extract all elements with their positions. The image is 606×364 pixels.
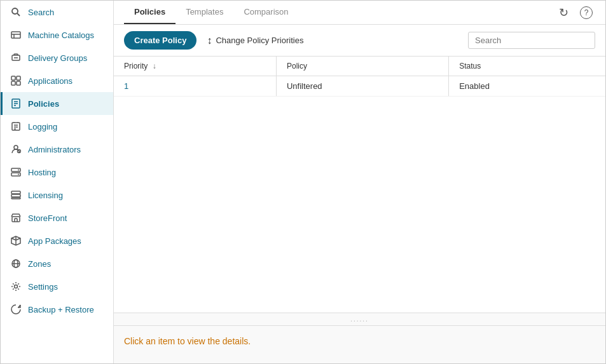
resizer-handle[interactable]: ...... — [114, 313, 605, 325]
tabs-bar: PoliciesTemplatesComparison ↻ ? — [114, 1, 605, 25]
sidebar-item-app-packages[interactable]: App Packages — [1, 229, 113, 252]
resizer-dots: ...... — [350, 316, 369, 323]
svg-rect-8 — [17, 76, 20, 80]
toolbar: Create Policy ↕ Change Policy Priorities — [114, 25, 605, 57]
sidebar-item-storefront[interactable]: StoreFront — [1, 206, 113, 229]
svg-rect-29 — [12, 217, 20, 222]
tab-policies[interactable]: Policies — [124, 1, 176, 24]
help-icon: ? — [580, 6, 593, 19]
app-packages-icon — [10, 235, 22, 246]
svg-line-34 — [11, 238, 16, 240]
settings-icon — [10, 281, 22, 292]
storefront-icon — [10, 212, 22, 224]
sidebar-item-backup-restore[interactable]: Backup + Restore — [1, 298, 113, 321]
svg-line-35 — [16, 238, 20, 240]
sidebar-item-licensing[interactable]: Licensing — [1, 184, 113, 206]
sidebar-item-settings[interactable]: Settings — [1, 275, 113, 298]
sidebar: Search Machine Catalogs Delivery Groups … — [1, 1, 114, 363]
search-icon — [10, 6, 22, 18]
svg-point-25 — [18, 174, 19, 175]
policies-table: Priority ↓ Policy Status 1 Unfiltered En… — [114, 57, 605, 97]
svg-rect-9 — [11, 81, 15, 85]
refresh-button[interactable]: ↻ — [554, 4, 572, 22]
hosting-icon — [10, 166, 22, 178]
cell-status: Enabled — [449, 76, 605, 97]
tabs-left: PoliciesTemplatesComparison — [124, 1, 298, 24]
main-content: PoliciesTemplatesComparison ↻ ? Create P… — [114, 1, 605, 363]
sidebar-item-label: Machine Catalogs — [28, 30, 94, 40]
create-policy-button[interactable]: Create Policy — [124, 31, 196, 50]
sidebar-item-policies[interactable]: Policies — [1, 92, 113, 115]
sidebar-item-label: Zones — [28, 259, 51, 269]
sidebar-item-label: App Packages — [28, 236, 81, 246]
svg-rect-7 — [11, 76, 15, 80]
sidebar-item-hosting[interactable]: Hosting — [1, 161, 113, 184]
policies-table-container: Priority ↓ Policy Status 1 Unfiltered En… — [114, 57, 605, 313]
tabs-right: ↻ ? — [554, 4, 595, 22]
sidebar-item-label: Backup + Restore — [28, 305, 94, 314]
sidebar-item-label: Applications — [28, 76, 72, 86]
svg-rect-10 — [17, 81, 20, 85]
help-button[interactable]: ? — [577, 4, 595, 22]
svg-rect-26 — [11, 191, 20, 194]
sidebar-item-label: StoreFront — [28, 213, 67, 223]
refresh-icon: ↻ — [559, 6, 568, 20]
toolbar-search-container — [468, 32, 595, 49]
col-priority: Priority ↓ — [114, 57, 276, 76]
sidebar-item-search[interactable]: Search — [1, 1, 113, 24]
sidebar-item-zones[interactable]: Zones — [1, 252, 113, 275]
svg-point-0 — [12, 8, 18, 14]
table-row[interactable]: 1 Unfiltered Enabled — [114, 76, 605, 97]
logging-icon — [10, 121, 22, 132]
sidebar-item-label: Hosting — [28, 168, 56, 177]
col-status: Status — [449, 57, 605, 76]
sidebar-item-administrators[interactable]: Administrators — [1, 138, 113, 161]
table-header: Priority ↓ Policy Status — [114, 57, 605, 76]
backup-icon — [10, 304, 22, 315]
sidebar-item-label: Policies — [28, 99, 59, 109]
sidebar-item-label: Settings — [28, 282, 58, 292]
col-policy: Policy — [277, 57, 448, 76]
tab-templates[interactable]: Templates — [176, 1, 233, 24]
details-pane: Click an item to view the details. — [114, 325, 605, 363]
policies-icon — [10, 98, 22, 109]
delivery-icon — [10, 52, 22, 64]
applications-icon — [10, 75, 22, 86]
cell-policy: Unfiltered — [277, 76, 448, 97]
details-hint: Click an item to view the details. — [124, 336, 251, 346]
sidebar-item-label: Logging — [28, 122, 57, 131]
tab-comparison[interactable]: Comparison — [233, 1, 298, 24]
table-body: 1 Unfiltered Enabled — [114, 76, 605, 97]
sidebar-item-machine-catalogs[interactable]: Machine Catalogs — [1, 24, 113, 46]
priority-change-icon: ↕ — [207, 35, 212, 46]
change-priority-label: Change Policy Priorities — [216, 36, 303, 45]
change-priority-button[interactable]: ↕ Change Policy Priorities — [207, 35, 303, 46]
admins-icon — [10, 144, 22, 155]
sort-down-icon: ↓ — [153, 62, 156, 71]
search-input[interactable] — [468, 32, 595, 49]
sidebar-item-logging[interactable]: Logging — [1, 115, 113, 138]
licensing-icon — [10, 189, 22, 201]
svg-point-39 — [15, 285, 18, 288]
sidebar-item-applications[interactable]: Applications — [1, 69, 113, 92]
zones-icon — [10, 258, 22, 269]
sidebar-item-label: Licensing — [28, 191, 63, 200]
sidebar-item-label: Administrators — [28, 145, 81, 154]
cell-priority: 1 — [114, 76, 276, 97]
svg-rect-27 — [11, 194, 20, 197]
sidebar-item-delivery-groups[interactable]: Delivery Groups — [1, 46, 113, 69]
svg-rect-2 — [11, 32, 20, 38]
svg-point-18 — [14, 145, 18, 149]
sidebar-item-label: Search — [28, 8, 54, 17]
svg-rect-28 — [11, 198, 20, 199]
svg-point-24 — [18, 170, 19, 171]
sidebar-item-label: Delivery Groups — [28, 53, 87, 63]
catalog-icon — [10, 29, 22, 41]
svg-line-1 — [17, 13, 20, 16]
